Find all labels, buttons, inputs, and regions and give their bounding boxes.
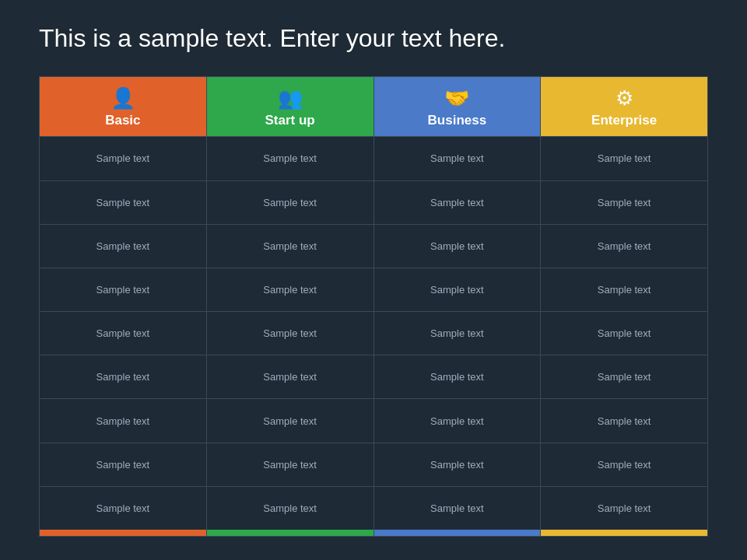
row-text: Sample text [263,459,317,471]
row-text: Sample text [598,502,651,514]
row-text: Sample text [598,459,651,471]
basic-icon: 👤 [110,88,135,108]
startup-footer [207,530,374,536]
row-text: Sample text [96,502,150,514]
row-text: Sample text [430,459,484,471]
row-text: Sample text [263,502,317,514]
column-business: 🤝BusinessSample textSample textSample te… [374,76,542,537]
table-row: Sample text [374,181,541,225]
row-text: Sample text [96,284,150,296]
header-enterprise: ⚙Enterprise [541,77,707,136]
row-text: Sample text [96,240,150,252]
business-icon: 🤝 [444,88,469,108]
row-text: Sample text [263,197,317,208]
row-text: Sample text [263,327,317,339]
row-text: Sample text [598,327,651,339]
table-row: Sample text [541,137,707,180]
row-text: Sample text [598,284,651,296]
table-row: Sample text [207,355,374,399]
business-label: Business [428,113,487,128]
pricing-table: 👤BasicSample textSample textSample textS… [39,76,708,537]
table-row: Sample text [40,312,206,355]
row-text: Sample text [96,415,150,427]
row-text: Sample text [430,502,484,514]
table-row: Sample text [207,268,374,312]
table-row: Sample text [207,181,374,225]
startup-icon: 👥 [278,88,303,108]
table-row: Sample text [40,181,206,225]
row-text: Sample text [430,415,484,427]
table-row: Sample text [40,487,206,530]
row-text: Sample text [430,240,484,252]
table-row: Sample text [541,225,707,268]
basic-rows: Sample textSample textSample textSample … [40,136,206,530]
row-text: Sample text [430,327,484,339]
table-row: Sample text [40,355,206,399]
row-text: Sample text [96,327,150,339]
enterprise-icon: ⚙ [615,88,633,108]
table-row: Sample text [541,487,707,530]
row-text: Sample text [430,371,484,383]
table-row: Sample text [541,399,707,443]
enterprise-label: Enterprise [591,113,657,128]
table-row: Sample text [207,443,374,487]
table-row: Sample text [374,443,541,487]
startup-label: Start up [265,113,315,128]
row-text: Sample text [598,371,651,383]
row-text: Sample text [263,240,317,252]
table-row: Sample text [207,312,374,355]
table-row: Sample text [541,355,707,399]
row-text: Sample text [430,197,484,208]
row-text: Sample text [598,240,651,252]
table-row: Sample text [541,443,707,487]
header-business: 🤝Business [374,77,541,136]
table-row: Sample text [40,137,206,180]
row-text: Sample text [96,197,150,208]
table-row: Sample text [541,181,707,225]
row-text: Sample text [263,371,317,383]
table-row: Sample text [374,399,541,443]
table-row: Sample text [40,399,206,443]
table-row: Sample text [207,399,374,443]
row-text: Sample text [598,152,651,164]
table-row: Sample text [207,225,374,268]
table-row: Sample text [40,268,206,312]
business-rows: Sample textSample textSample textSample … [374,136,541,530]
page-title: This is a sample text. Enter your text h… [39,23,708,53]
table-row: Sample text [40,443,206,487]
table-row: Sample text [374,487,541,530]
row-text: Sample text [263,415,317,427]
header-basic: 👤Basic [40,77,206,136]
column-basic: 👤BasicSample textSample textSample textS… [39,76,207,537]
row-text: Sample text [96,152,150,164]
table-row: Sample text [374,268,541,312]
table-row: Sample text [374,355,541,399]
table-row: Sample text [541,268,707,312]
row-text: Sample text [263,152,317,164]
row-text: Sample text [430,152,484,164]
row-text: Sample text [430,284,484,296]
enterprise-rows: Sample textSample textSample textSample … [541,136,707,530]
row-text: Sample text [598,415,651,427]
startup-rows: Sample textSample textSample textSample … [207,136,374,530]
column-startup: 👥Start upSample textSample textSample te… [207,76,374,537]
header-startup: 👥Start up [207,77,374,136]
table-row: Sample text [374,225,541,268]
row-text: Sample text [598,197,651,208]
enterprise-footer [541,530,707,536]
table-row: Sample text [374,137,541,180]
business-footer [374,530,541,536]
table-row: Sample text [541,312,707,355]
table-row: Sample text [374,312,541,355]
basic-label: Basic [105,113,140,128]
table-row: Sample text [207,487,374,530]
table-row: Sample text [207,137,374,180]
table-row: Sample text [40,225,206,268]
basic-footer [40,530,206,536]
row-text: Sample text [96,459,150,471]
column-enterprise: ⚙EnterpriseSample textSample textSample … [541,76,708,537]
row-text: Sample text [263,284,317,296]
row-text: Sample text [96,371,150,383]
